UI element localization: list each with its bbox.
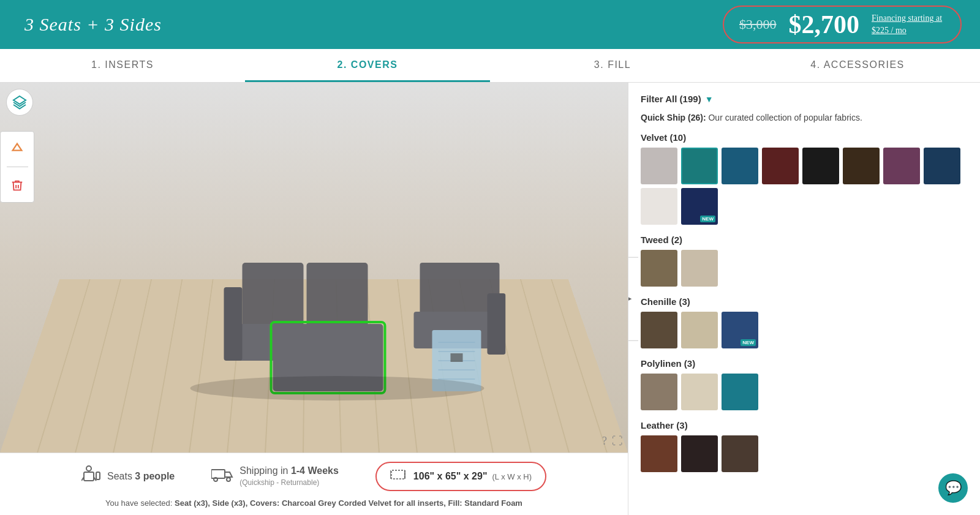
price-current: $2,700 (789, 12, 860, 37)
shipping-value: 1-4 Weeks (291, 465, 339, 476)
swatch-0-9[interactable]: NEW (681, 188, 718, 225)
tab-fill[interactable]: 3. FILL (490, 49, 735, 82)
quickship-desc: Our curated collection of popular fabric… (708, 113, 862, 122)
dimensions-icon (390, 468, 409, 485)
financing-label[interactable]: Financing starting at $225 / mo (872, 12, 945, 36)
info-row: Seats 3 people Shipping in 1-4 Weeks (0, 453, 628, 496)
svg-rect-22 (84, 472, 94, 481)
quickship-title: Quick Ship (26): (641, 113, 706, 122)
svg-rect-19 (450, 353, 462, 362)
nav-tabs: 1. INSERTS 2. COVERS 3. FILL 4. ACCESSOR… (0, 49, 980, 83)
swatch-row-0: NEW (641, 148, 968, 225)
fabric-section-title-0: Velvet (10) (641, 132, 968, 143)
swatch-3-2[interactable] (722, 374, 758, 410)
quickship-box: Quick Ship (26): Our curated collection … (641, 113, 968, 122)
swatch-0-0[interactable] (641, 148, 677, 184)
chat-icon: 💬 (945, 480, 962, 496)
svg-rect-10 (224, 287, 242, 361)
swatch-row-4 (641, 435, 968, 472)
sofa-viewer: ? ⛶ (0, 83, 628, 453)
seats-label: Seats 3 people (107, 471, 175, 482)
fabric-section-chenille: Chenille (3)NEW (641, 296, 968, 348)
tab-inserts[interactable]: 1. INSERTS (0, 49, 245, 82)
corner-icons: ? ⛶ (602, 435, 623, 448)
chat-button[interactable]: 💬 (938, 473, 968, 503)
toolbar-group (0, 131, 34, 203)
dimensions-label: (L x W x H) (492, 472, 532, 481)
swatch-3-1[interactable] (681, 374, 718, 410)
seats-info: Seats 3 people (81, 465, 175, 489)
price-area: $3,000 $2,700 Financing starting at $225… (723, 6, 962, 43)
left-toolbar (0, 89, 80, 203)
sofa-panel: ? ⛶ Seats 3 (0, 83, 628, 515)
seats-value: 3 people (135, 471, 175, 481)
swatch-4-1[interactable] (681, 435, 718, 472)
swatch-3-0[interactable] (641, 374, 677, 410)
svg-marker-1 (13, 144, 22, 151)
swatch-row-2: NEW (641, 312, 968, 348)
fabric-section-leather: Leather (3) (641, 420, 968, 472)
fabric-section-polylinen: Polylinen (3) (641, 358, 968, 410)
header: 3 Seats + 3 Sides $3,000 $2,700 Financin… (0, 0, 980, 49)
swatch-0-6[interactable] (883, 148, 920, 184)
swatch-0-1[interactable] (681, 148, 718, 184)
svg-point-21 (86, 466, 91, 471)
swatch-2-0[interactable] (641, 312, 677, 348)
chevron-down-icon: ▼ (705, 94, 714, 104)
fullscreen-icon[interactable]: ⛶ (612, 435, 623, 448)
swatch-2-1[interactable] (681, 312, 718, 348)
swatch-4-0[interactable] (641, 435, 677, 472)
help-icon[interactable]: ? (602, 435, 607, 448)
dimensions-bubble: 106" x 65" x 29" (L x W x H) (375, 462, 546, 491)
swatch-row-3 (641, 374, 968, 410)
divider (7, 167, 28, 167)
fabric-section-velvet: Velvet (10)NEW (641, 132, 968, 225)
sofa-scene (162, 208, 499, 416)
svg-point-28 (227, 478, 230, 481)
swatch-row-1 (641, 250, 968, 287)
fabric-section-title-2: Chenille (3) (641, 296, 968, 307)
delete-button[interactable] (4, 172, 31, 199)
swatch-0-5[interactable] (843, 148, 880, 184)
swatch-4-2[interactable] (722, 435, 758, 472)
selected-text: You have selected: Seat (x3), Side (x3),… (0, 496, 628, 515)
shipping-text: Shipping in 1-4 Weeks (Quickship - Retur… (239, 465, 339, 487)
swatch-0-7[interactable] (924, 148, 960, 184)
swatch-2-2[interactable]: NEW (722, 312, 758, 348)
main-content: ? ⛶ Seats 3 (0, 83, 980, 515)
filter-header: Filter All (199) ▼ (641, 94, 968, 104)
swatch-0-4[interactable] (802, 148, 839, 184)
swatch-0-2[interactable] (722, 148, 758, 184)
move-up-button[interactable] (4, 135, 31, 162)
header-title: 3 Seats + 3 Sides (24, 14, 162, 35)
fabric-section-tweed: Tweed (2) (641, 235, 968, 287)
fabric-section-title-1: Tweed (2) (641, 235, 968, 245)
fabric-section-title-3: Polylinen (3) (641, 358, 968, 369)
svg-rect-29 (391, 470, 405, 479)
svg-rect-5 (487, 293, 505, 355)
svg-point-27 (214, 478, 217, 481)
filter-panel: ▶ HIDE PANEL Filter All (199) ▼ Quick Sh… (628, 83, 980, 515)
shipping-note: (Quickship - Returnable) (239, 478, 319, 487)
hide-panel-label: ▶ (628, 295, 633, 303)
hide-panel-tab[interactable]: ▶ HIDE PANEL (628, 257, 638, 341)
svg-rect-25 (96, 472, 100, 479)
swatch-1-1[interactable] (681, 250, 718, 287)
dimensions-value: 106" x 65" x 29" (413, 471, 488, 482)
selected-details: Seat (x3), Side (x3), Covers: Charcoal G… (175, 498, 522, 508)
svg-point-20 (190, 376, 484, 400)
filter-all-button[interactable]: Filter All (199) (641, 94, 701, 104)
fabric-sections: Velvet (10)NEWTweed (2)Chenille (3)NEWPo… (641, 132, 968, 472)
shipping-info: Shipping in 1-4 Weeks (Quickship - Retur… (211, 465, 339, 487)
tab-accessories[interactable]: 4. ACCESSORIES (735, 49, 980, 82)
sofa-bottom-bar: Seats 3 people Shipping in 1-4 Weeks (0, 453, 628, 515)
truck-icon (211, 466, 233, 487)
person-icon (81, 465, 101, 489)
fabric-section-title-4: Leather (3) (641, 420, 968, 430)
tab-covers[interactable]: 2. COVERS (245, 49, 490, 82)
swatch-0-8[interactable] (641, 188, 677, 225)
swatch-1-0[interactable] (641, 250, 677, 287)
swatch-0-3[interactable] (762, 148, 799, 184)
layers-icon[interactable] (6, 89, 33, 116)
price-old: $3,000 (739, 17, 777, 32)
